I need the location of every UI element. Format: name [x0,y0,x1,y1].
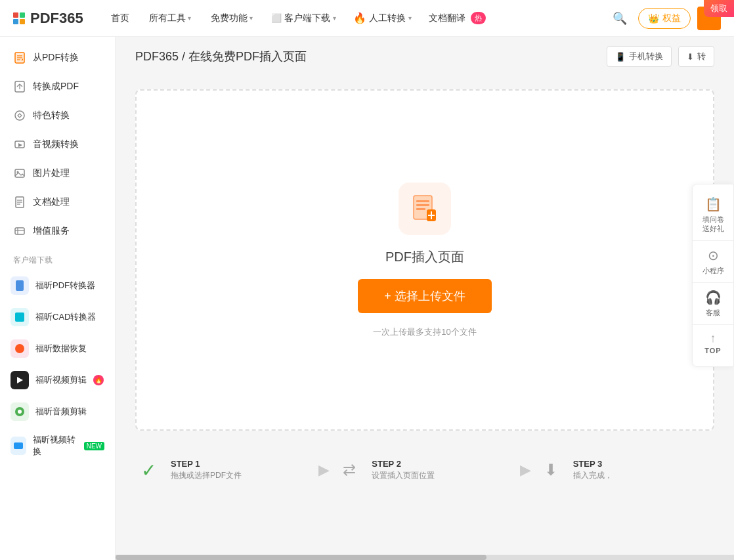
panel-support-label: 客服 [706,308,720,318]
panel-survey-label: 填问卷送好礼 [702,215,724,234]
nav-tools-arrow: ▾ [188,14,191,22]
sidebar-section-downloads: 客户端下载 [0,246,115,270]
download-pdf-converter[interactable]: 福昕PDF转换器 [0,270,115,301]
panel-miniapp[interactable]: ⊙ 小程序 [693,241,733,283]
nav-ai-arrow: ▾ [408,14,412,22]
media-icon [13,138,26,151]
sidebar-item-doc[interactable]: 文档处理 [0,188,115,217]
step-arrow-2: ▶ [520,462,531,479]
top-arrow-icon: ↑ [710,332,716,345]
download-cad-converter[interactable]: 福昕CAD转换器 [0,301,115,333]
svg-rect-15 [15,228,24,234]
svg-rect-18 [16,280,24,291]
svg-rect-27 [416,208,425,210]
header: PDF365 首页 所有工具 ▾ 免费功能 ▾ ⬜ 客户端下载 ▾ 🔥 人工转换… [0,0,734,37]
svg-rect-19 [15,312,24,322]
fire-badge: 🔥 [93,375,104,385]
svg-rect-26 [416,204,429,206]
support-icon: 🎧 [705,290,722,305]
to-pdf-icon [13,80,26,93]
nav-client[interactable]: ⬜ 客户端下载 ▾ [265,9,343,28]
upload-area[interactable]: PDF插入页面 + 选择上传文件 一次上传最多支持10个文件 [135,89,714,431]
image-icon [13,167,26,180]
step-2-num: STEP 2 [372,459,435,469]
download-convert-button[interactable]: ⬇ 转 [678,46,714,67]
upload-hint: 一次上传最多支持10个文件 [373,326,476,338]
steps-bar: ✓ STEP 1 拖拽或选择PDF文件 ▶ ⇄ STEP 2 设置插入页面位置 … [116,444,734,496]
step-3-num: STEP 3 [573,459,613,469]
logo[interactable]: PDF365 [13,10,83,27]
step-3-icon: ⬇ [538,457,564,483]
sidebar-item-media[interactable]: 音视频转换 [0,130,115,159]
translate-badge: 热 [471,12,486,24]
step-1-desc: 拖拽或选择PDF文件 [171,470,242,481]
nav-ai[interactable]: 🔥 人工转换 ▾ [347,8,418,28]
new-badge: NEW [84,442,104,450]
step-1-num: STEP 1 [171,459,242,469]
panel-miniapp-label: 小程序 [702,266,724,276]
nav-tools[interactable]: 所有工具 ▾ [141,9,199,28]
dl-pdf-icon [11,276,29,295]
lingjian-button[interactable]: 领取 [704,0,734,17]
upload-icon-box [399,183,451,235]
svg-rect-9 [15,169,24,177]
logo-icon [13,12,25,24]
step-3-desc: 插入完成， [573,470,613,481]
vip-service-icon [13,225,26,238]
step-1: ✓ STEP 1 拖拽或选择PDF文件 [135,457,312,483]
vip-button[interactable]: 👑 权益 [638,8,691,29]
upload-title: PDF插入页面 [385,248,464,266]
svg-point-7 [15,111,24,120]
pdf-insert-icon [410,194,440,224]
download-audio-editor[interactable]: 福昕音频剪辑 [0,396,115,427]
svg-rect-23 [14,442,23,449]
nav-free[interactable]: 免费功能 ▾ [203,9,261,28]
step-2: ⇄ STEP 2 设置插入页面位置 [336,457,513,483]
svg-rect-25 [416,200,429,202]
survey-icon: 📋 [705,196,722,212]
sidebar-item-special[interactable]: 特色转换 [0,101,115,130]
download-video-converter[interactable]: 福昕视频转换 NEW [0,427,115,464]
breadcrumb-actions: 📱 手机转换 ⬇ 转 [607,46,714,67]
breadcrumb: PDF365 / 在线免费PDF插入页面 📱 手机转换 ⬇ 转 [116,37,734,76]
step-1-icon: ✓ [135,457,162,483]
sidebar-item-from-pdf[interactable]: 从PDF转换 [0,43,115,72]
layout: 从PDF转换 转换成PDF 特色转换 [0,0,734,560]
dl-audio-icon [11,402,29,421]
nav-home[interactable]: 首页 [103,9,137,28]
download-video-editor[interactable]: 福昕视频剪辑 🔥 [0,364,115,396]
download-data-recovery[interactable]: 福昕数据恢复 [0,333,115,364]
from-pdf-icon [13,51,26,64]
nav-client-arrow: ▾ [333,14,336,22]
miniapp-icon: ⊙ [708,248,719,263]
scrollbar-thumb [116,555,486,560]
svg-point-22 [18,410,22,414]
search-button[interactable]: 🔍 [608,7,632,30]
sidebar-item-image[interactable]: 图片处理 [0,159,115,188]
panel-top[interactable]: ↑ TOP [701,325,725,361]
nav-translate[interactable]: 文档翻译 热 [422,8,492,28]
sidebar-item-vip-service[interactable]: 增值服务 [0,217,115,246]
special-icon [13,109,26,122]
step-3: ⬇ STEP 3 插入完成， [538,457,714,483]
main-content: PDF365 / 在线免费PDF插入页面 📱 手机转换 ⬇ 转 [116,37,734,560]
nav-free-arrow: ▾ [249,14,253,22]
upload-button[interactable]: + 选择上传文件 [358,279,492,313]
svg-point-20 [15,344,24,353]
panel-support[interactable]: 🎧 客服 [693,283,733,325]
dl-cad-icon [11,308,29,326]
step-arrow-1: ▶ [318,462,330,479]
sidebar-item-to-pdf[interactable]: 转换成PDF [0,72,115,101]
download-icon: ⬇ [687,52,694,62]
doc-icon [13,196,26,209]
breadcrumb-text: PDF365 / 在线免费PDF插入页面 [135,49,307,64]
mobile-convert-button[interactable]: 📱 手机转换 [607,46,672,67]
sidebar: 从PDF转换 转换成PDF 特色转换 [0,37,116,560]
mobile-icon: 📱 [615,52,626,62]
horizontal-scrollbar[interactable] [116,555,734,560]
right-float-panel: 📋 填问卷送好礼 ⊙ 小程序 🎧 客服 ↑ TOP [692,184,734,367]
dl-recovery-icon [11,339,29,358]
step-2-desc: 设置插入页面位置 [372,470,435,481]
panel-survey[interactable]: 📋 填问卷送好礼 [693,190,733,241]
dl-video-icon [11,371,29,389]
